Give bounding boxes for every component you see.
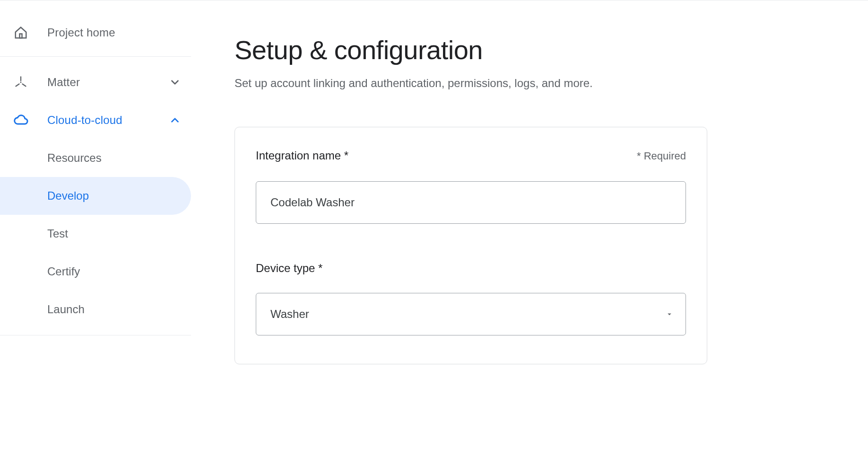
app-root: Project home Matter (0, 0, 868, 458)
chevron-up-icon (167, 113, 182, 128)
sidebar-item-cloud-to-cloud[interactable]: Cloud-to-cloud (0, 101, 191, 139)
chevron-down-icon (167, 75, 182, 90)
sidebar-subitem-certify[interactable]: Certify (0, 253, 191, 291)
sidebar-item-label: Cloud-to-cloud (47, 114, 167, 127)
svg-rect-0 (20, 34, 22, 38)
svg-line-3 (23, 84, 26, 87)
sidebar-item-label: Matter (47, 76, 167, 89)
sidebar: Project home Matter (0, 0, 191, 458)
sidebar-item-label: Launch (47, 303, 85, 316)
sidebar-item-matter[interactable]: Matter (0, 63, 191, 101)
sidebar-divider (0, 335, 191, 335)
sidebar-subitem-test[interactable]: Test (0, 215, 191, 253)
sidebar-item-label: Resources (47, 151, 102, 165)
sidebar-item-label: Develop (47, 189, 89, 203)
cloud-icon (13, 113, 28, 128)
device-type-value[interactable] (256, 293, 686, 335)
svg-line-2 (16, 84, 19, 87)
page-subtitle: Set up account linking and authenticatio… (234, 77, 849, 90)
sidebar-subitem-resources[interactable]: Resources (0, 139, 191, 177)
sidebar-subitem-develop[interactable]: Develop (0, 177, 191, 215)
device-type-select[interactable] (256, 293, 686, 335)
svg-point-4 (20, 82, 22, 83)
integration-name-row: Integration name * * Required (256, 149, 686, 162)
config-card: Integration name * * Required Device typ… (234, 127, 707, 364)
sidebar-item-label: Project home (47, 26, 182, 39)
page-title: Setup & configuration (234, 35, 849, 65)
home-icon (13, 25, 28, 40)
main-content: Setup & configuration Set up account lin… (191, 0, 868, 458)
sidebar-subitem-launch[interactable]: Launch (0, 291, 191, 328)
integration-name-label: Integration name * (256, 149, 348, 162)
integration-name-input[interactable] (256, 181, 686, 224)
sidebar-item-label: Test (47, 227, 68, 240)
device-type-label: Device type * (256, 262, 686, 275)
matter-icon (13, 75, 28, 90)
required-note: * Required (637, 150, 686, 162)
sidebar-divider (0, 56, 191, 57)
sidebar-item-label: Certify (47, 265, 80, 278)
sidebar-item-project-home[interactable]: Project home (0, 14, 191, 52)
